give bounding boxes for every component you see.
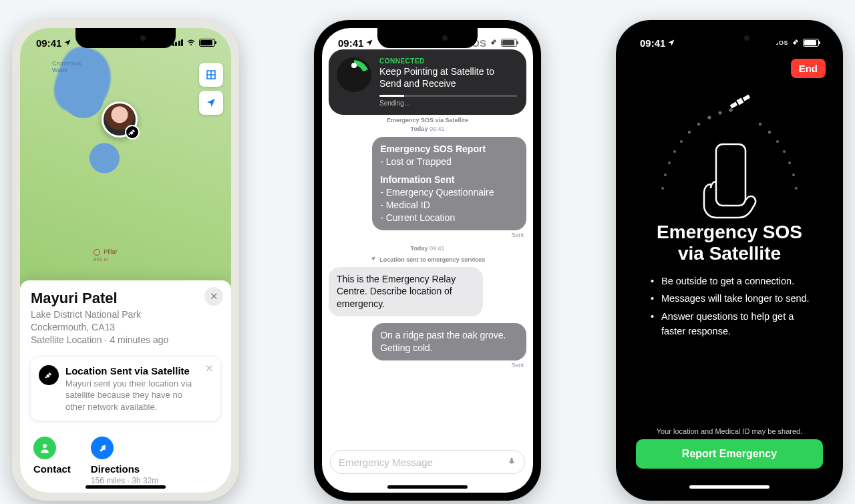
status-time: 09:41: [36, 37, 61, 49]
svg-point-0: [43, 444, 47, 448]
connected-label: CONNECTED: [379, 57, 517, 65]
svg-point-17: [768, 131, 772, 134]
dismiss-card-icon[interactable]: ✕: [205, 362, 214, 374]
satellite-dial-icon: [337, 57, 371, 92]
tip-item: Answer questions to help get a faster re…: [651, 309, 815, 339]
dictate-icon[interactable]: [507, 455, 516, 469]
satellite-icon: [729, 94, 751, 109]
location-arrow-icon: [667, 39, 675, 47]
svg-point-16: [776, 140, 779, 143]
map-label-pillar: Pillar 892 m: [94, 248, 118, 262]
svg-rect-22: [716, 144, 745, 206]
home-indicator[interactable]: [689, 485, 770, 489]
svg-rect-19: [737, 98, 744, 105]
message-placeholder: Emergency Message: [339, 457, 433, 468]
timestamp-separator: Today 09:41: [329, 245, 526, 252]
status-time: 09:41: [338, 37, 363, 49]
sent-label: Sent: [329, 362, 524, 368]
svg-point-7: [688, 131, 691, 134]
report-emergency-button[interactable]: Report Emergency: [636, 439, 823, 469]
wifi-icon: [186, 39, 196, 47]
svg-point-6: [680, 140, 683, 143]
svg-point-4: [668, 162, 671, 164]
svg-point-11: [729, 108, 733, 112]
person-icon: [33, 437, 56, 459]
location-sent-notice: Location sent to emergency services: [329, 256, 526, 263]
status-time: 09:41: [640, 37, 665, 49]
svg-point-13: [792, 174, 795, 176]
satellite-badge-icon: [125, 125, 140, 140]
phone-messages: 09:41 SOS CONNECTED Keep Poin: [314, 20, 541, 501]
satellite-info-card: Location Sent via Satellite Mayuri sent …: [31, 357, 220, 421]
sending-progress: [379, 95, 517, 97]
disclaimer: Your location and Medical ID may be shar…: [624, 427, 835, 435]
satellite-card-desc: Mayuri sent you their location via satel…: [65, 378, 196, 413]
message-input[interactable]: Emergency Message: [330, 450, 525, 474]
battery-icon: [803, 39, 819, 47]
map-label-crummock: Crummock Water: [52, 60, 81, 73]
sos-tips: Be outside to get a connection. Messages…: [651, 274, 815, 342]
battery-icon: [199, 39, 215, 47]
directions-action[interactable]: Directions 156 miles · 3h 32m: [91, 437, 158, 485]
end-button[interactable]: End: [791, 59, 826, 78]
notch: [377, 28, 478, 48]
satellite-hud: CONNECTED Keep Pointing at Satellite to …: [329, 49, 526, 115]
svg-point-5: [673, 150, 676, 153]
svg-point-2: [661, 187, 664, 190]
notch: [75, 28, 176, 48]
thread-header: Emergency SOS via Satellite Today 09:41: [329, 116, 526, 133]
outgoing-report-bubble[interactable]: Emergency SOS Report Lost or Trapped Inf…: [372, 137, 526, 230]
satellite-status-icon: [791, 37, 800, 49]
svg-point-12: [795, 187, 798, 190]
svg-point-10: [718, 111, 721, 114]
home-indicator[interactable]: [387, 485, 468, 489]
svg-point-14: [788, 162, 791, 164]
location-arrow-icon: [365, 39, 373, 47]
phone-findmy: 09:41 Crummock Water Pillar 8: [12, 20, 239, 501]
close-icon[interactable]: ✕: [204, 287, 223, 306]
sent-label: Sent: [329, 232, 524, 238]
svg-point-3: [664, 174, 667, 176]
contact-avatar-pin[interactable]: [102, 101, 138, 138]
satellite-card-title: Location Sent via Satellite: [65, 365, 196, 376]
satellite-icon: [39, 365, 59, 385]
contact-name: Mayuri Patel: [31, 290, 220, 307]
conversation[interactable]: Emergency SOS via Satellite Today 09:41 …: [322, 112, 533, 493]
map-settings-button[interactable]: [199, 63, 223, 87]
outgoing-bubble[interactable]: On a ridge past the oak grove. Getting c…: [372, 323, 526, 360]
svg-point-18: [759, 123, 762, 126]
contact-sheet: ✕ Mayuri Patel Lake District National Pa…: [20, 280, 231, 493]
hand-phone-icon: [696, 138, 763, 227]
incoming-bubble[interactable]: This is the Emergency Relay Centre. Desc…: [329, 267, 483, 317]
svg-rect-20: [730, 101, 738, 108]
sending-label: Sending…: [379, 99, 517, 107]
phone-sos: 09:41 SOS End: [616, 20, 843, 501]
svg-point-8: [697, 123, 701, 126]
svg-rect-21: [743, 94, 751, 101]
notch: [679, 28, 780, 48]
tip-item: Be outside to get a connection.: [651, 274, 815, 288]
contact-location: Lake District National Park Cockermouth,…: [31, 308, 220, 346]
directions-icon: [91, 437, 114, 459]
svg-point-15: [783, 150, 786, 153]
sos-title: Emergency SOSvia Satellite: [624, 222, 835, 264]
tip-item: Messages will take longer to send.: [651, 291, 815, 306]
hud-headline: Keep Pointing at Satellite to Send and R…: [379, 66, 517, 89]
home-indicator[interactable]: [86, 485, 166, 489]
svg-point-9: [707, 115, 711, 119]
battery-icon: [501, 39, 517, 47]
location-arrow-icon: [63, 39, 71, 47]
contact-action[interactable]: Contact: [33, 437, 71, 485]
satellite-status-icon: [489, 37, 498, 49]
location-arrow-icon: [370, 256, 378, 263]
map-locate-button[interactable]: [199, 91, 223, 115]
sos-illustration: [649, 88, 810, 222]
